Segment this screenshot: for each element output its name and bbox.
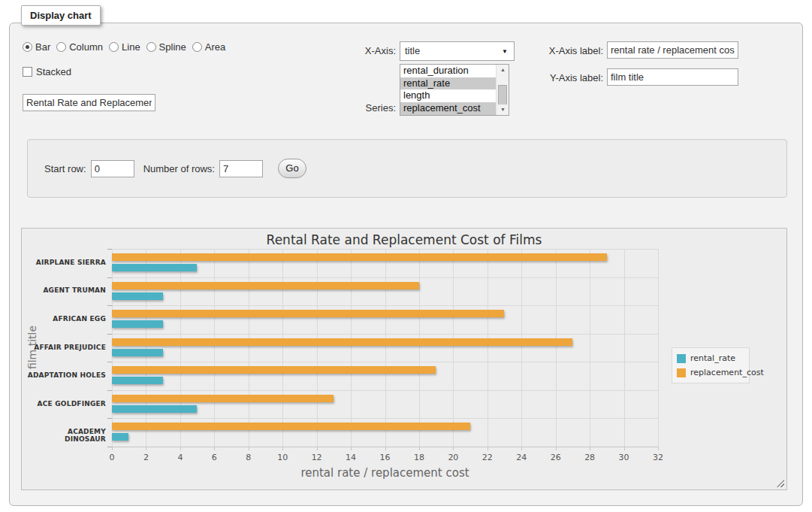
y-axis-tick	[107, 305, 112, 306]
y-axis-label-caption: Y-Axis label:	[535, 72, 603, 83]
x-axis-select-label: X-Axis:	[315, 45, 396, 56]
x-tick-label: 24	[510, 453, 533, 462]
y-axis-tick	[107, 418, 112, 419]
chart-title-input[interactable]	[23, 94, 155, 111]
y-category-label: ACADEMY DINOSAUR	[25, 428, 106, 443]
x-tick-label: 32	[647, 453, 669, 462]
chart-type-option-label: Spline	[159, 41, 186, 53]
series-option-replacement_cost[interactable]: replacement_cost	[400, 102, 496, 115]
x-tick-label: 28	[578, 453, 601, 462]
x-axis-tick	[385, 447, 386, 450]
chart-type-option-bar[interactable]: Bar	[23, 41, 50, 53]
x-axis-select[interactable]: title ▼	[400, 41, 515, 61]
x-axis-tick	[658, 447, 659, 450]
x-tick-label: 30	[613, 453, 635, 462]
chart-type-option-spline[interactable]: Spline	[146, 41, 186, 53]
x-axis-selected-value: title	[405, 45, 420, 56]
bar-replacement_cost[interactable]	[112, 253, 607, 261]
gridline-horizontal	[112, 390, 658, 391]
x-axis-tick	[180, 447, 181, 450]
series-listbox-options: rental_durationrental_ratelengthreplacem…	[400, 65, 496, 115]
x-tick-label: 10	[271, 453, 294, 462]
chart-type-option-column[interactable]: Column	[56, 41, 103, 53]
x-tick-label: 18	[408, 453, 430, 462]
x-axis-tick	[214, 447, 215, 450]
bar-replacement_cost[interactable]	[112, 423, 470, 430]
chart-type-option-label: Bar	[35, 41, 50, 53]
bar-replacement_cost[interactable]	[112, 282, 419, 289]
bar-replacement_cost[interactable]	[112, 310, 504, 317]
gridline-horizontal	[112, 362, 658, 362]
x-tick-label: 22	[476, 453, 499, 462]
series-option-rental_duration[interactable]: rental_duration	[400, 65, 496, 77]
panel-title: Display chart	[21, 5, 101, 26]
bar-replacement_cost[interactable]	[112, 338, 572, 346]
x-axis-label-caption: X-Axis label:	[535, 45, 603, 56]
legend-swatch	[677, 368, 686, 377]
series-select-label: Series:	[315, 102, 396, 114]
y-category-label: AFFAIR PREJUDICE	[25, 344, 106, 351]
bar-rental_rate[interactable]	[112, 292, 163, 300]
gridline-vertical	[249, 249, 249, 447]
radio-icon	[146, 42, 156, 52]
radio-icon	[23, 42, 32, 52]
row-range-box: Start row: Number of rows: Go	[27, 139, 787, 198]
stacked-label: Stacked	[36, 66, 71, 77]
chart-type-option-area[interactable]: Area	[192, 41, 225, 53]
bar-rental_rate[interactable]	[112, 405, 197, 413]
x-axis-tick	[317, 447, 318, 450]
y-axis-label-input[interactable]	[607, 68, 738, 86]
bar-rental_rate[interactable]	[112, 349, 163, 356]
series-option-rental_rate[interactable]: rental_rate	[400, 77, 496, 90]
bar-rental_rate[interactable]	[112, 320, 163, 328]
y-category-label: ADAPTATION HOLES	[25, 371, 106, 379]
legend-label: replacement_cost	[690, 368, 764, 377]
chart-type-option-label: Line	[122, 41, 140, 53]
scroll-up-icon[interactable]: ▲	[497, 65, 509, 75]
legend-item-replacement_cost[interactable]: replacement_cost	[677, 365, 744, 380]
bar-rental_rate[interactable]	[112, 377, 163, 384]
x-axis-tick	[556, 447, 557, 450]
x-tick-label: 4	[169, 453, 192, 462]
radio-icon	[109, 42, 119, 52]
x-tick-label: 20	[442, 453, 464, 462]
chart-area: Rental Rate and Replacement Cost of Film…	[21, 228, 787, 490]
gridline-vertical	[385, 249, 386, 447]
page: Display chart BarColumnLineSplineArea St…	[0, 0, 812, 512]
y-axis-tick	[107, 362, 112, 362]
y-axis-tick	[107, 277, 112, 278]
listbox-scrollbar[interactable]: ▲ ▼	[496, 65, 509, 115]
x-axis-label-input[interactable]	[607, 41, 738, 59]
x-axis-tick	[282, 447, 283, 450]
series-listbox[interactable]: rental_durationrental_ratelengthreplacem…	[400, 64, 509, 116]
go-button[interactable]: Go	[278, 159, 306, 178]
bar-rental_rate[interactable]	[112, 433, 128, 441]
gridline-vertical	[214, 249, 215, 447]
x-axis-tick	[488, 447, 488, 450]
gridline-vertical	[624, 249, 625, 447]
series-option-length[interactable]: length	[400, 89, 496, 102]
plot-area	[112, 249, 658, 447]
gridline-vertical	[146, 249, 146, 447]
gridline-horizontal	[112, 418, 658, 419]
chart-type-option-label: Column	[69, 41, 103, 53]
bar-replacement_cost[interactable]	[112, 395, 334, 402]
resize-grip-icon[interactable]	[777, 480, 784, 487]
scroll-down-icon[interactable]: ▼	[497, 105, 509, 115]
y-axis-tick	[107, 390, 112, 391]
bar-rental_rate[interactable]	[112, 264, 197, 271]
legend-item-rental_rate[interactable]: rental_rate	[677, 351, 744, 365]
gridline-horizontal	[112, 249, 658, 250]
bar-replacement_cost[interactable]	[112, 366, 436, 374]
number-of-rows-label: Number of rows:	[143, 163, 215, 174]
y-axis-tick	[107, 249, 112, 250]
gridline-horizontal	[112, 334, 658, 335]
x-axis-tick	[419, 447, 420, 450]
start-row-input[interactable]	[91, 160, 134, 177]
chart-type-option-line[interactable]: Line	[109, 41, 140, 53]
gridline-vertical	[112, 249, 113, 447]
stacked-checkbox[interactable]: Stacked	[23, 66, 71, 77]
y-axis-tick	[107, 334, 112, 335]
scrollbar-thumb[interactable]	[498, 85, 507, 105]
number-of-rows-input[interactable]	[219, 160, 263, 177]
